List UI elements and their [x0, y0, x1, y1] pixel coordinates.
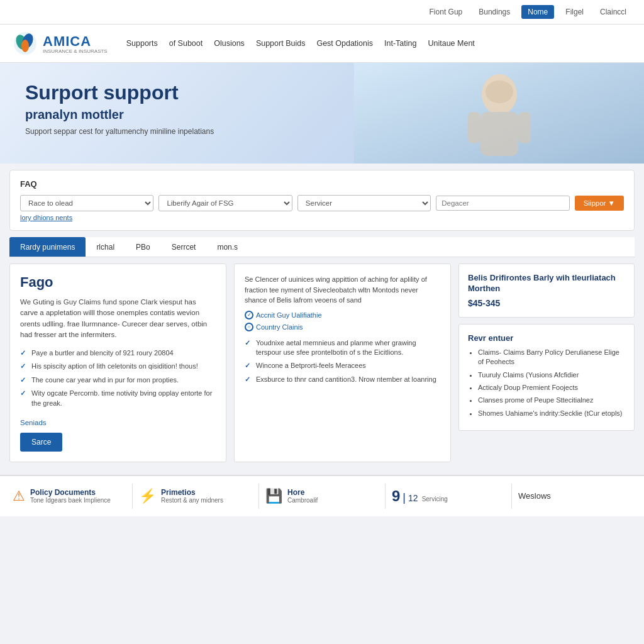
main-nav: Supports of Suboot Olusions Support Buid…: [126, 39, 475, 48]
footer-hore-desc: Cambroalif: [287, 497, 318, 504]
footer-divider-2: [258, 484, 259, 509]
check-item-4: Wity ogcate Percornb. time notivity bvin…: [20, 387, 216, 410]
hero-text: Surport support pranalyn mottler Support…: [25, 82, 352, 136]
right-column: Belis Drifirontes Barly wih tleurliatach…: [458, 264, 635, 462]
check-item-2: His spiscity aption of Iith celetonits o…: [20, 360, 216, 373]
left-heading: Fago: [20, 274, 216, 291]
footer-primetios-text: Primetios Restort & any midners: [161, 488, 223, 504]
right-top-card: Belis Drifirontes Barly wih tleurliatach…: [458, 264, 635, 318]
rev-title: Revr entuer: [468, 333, 625, 343]
footer-divider-3: [385, 484, 386, 509]
rev-item-3: Acticaly Doup Premient Foojects: [478, 383, 625, 392]
nav-support-buids[interactable]: Support Buids: [256, 39, 306, 48]
faq-select-race[interactable]: Race to olead: [20, 195, 153, 211]
hero-image: [354, 63, 644, 164]
faq-sub-link[interactable]: lory dhions nents: [20, 214, 624, 221]
svg-point-6: [486, 80, 513, 103]
tab-rardy[interactable]: Rardy punimens: [9, 237, 86, 257]
nav-olusions[interactable]: Olusions: [214, 39, 245, 48]
lightning-icon: ⚡: [139, 488, 156, 504]
hero-section: Surport support pranalyn mottler Support…: [0, 63, 644, 164]
topbar-link-fiont[interactable]: Fiont Gup: [425, 5, 468, 19]
footer-stat: 9 | 12 Servicing: [392, 487, 448, 505]
mid-check-2: Wincone a Betprorti-feels Meracees: [245, 359, 440, 372]
mid-links: ✓ Accnit Guy Ualifiathie ○ Country Clain…: [245, 311, 440, 331]
save-icon: 💾: [265, 488, 282, 504]
right-card-price: $45-345: [468, 298, 625, 308]
footer-item-primetios: ⚡ Primetios Restort & any midners: [139, 488, 252, 504]
mid-link-country[interactable]: ○ Country Clainis: [245, 323, 440, 331]
check-item-1: Paye a burtler and blencity of 921 roury…: [20, 347, 216, 360]
tab-serrcet[interactable]: Serrcet: [161, 237, 207, 257]
left-intro: We Guting is Guy Claims fund spone Clark…: [20, 297, 216, 340]
footer-hore-title: Hore: [287, 488, 318, 497]
footer-big-num: 9: [392, 487, 400, 505]
footer-last-label: Weslows: [518, 491, 551, 501]
sarce-button[interactable]: Sarce: [20, 433, 62, 452]
topbar-link-clainccl[interactable]: Clainccl: [595, 5, 631, 19]
link-circle-icon: ✓: [245, 311, 253, 319]
svg-point-3: [21, 40, 29, 52]
logo-leaf-icon: [13, 31, 38, 56]
main-content: FAQ Race to olead Liberify Agair of FSG …: [0, 164, 644, 469]
rev-item-5: Shomes Uahiame's indrity:Secklie (tCur e…: [478, 409, 625, 418]
topbar-link-bundings[interactable]: Bundings: [474, 5, 515, 19]
footer-policy-desc: Tone Idgears baek Implience: [30, 497, 111, 504]
logo: AMICA INSURANCE & INSURASTS: [13, 31, 108, 56]
header: AMICA INSURANCE & INSURASTS Supports of …: [0, 25, 644, 63]
nav-suboot[interactable]: of Suboot: [169, 39, 203, 48]
warning-icon: ⚠: [13, 488, 25, 504]
svg-rect-5: [480, 112, 518, 156]
footer-primetios-desc: Restort & any midners: [161, 497, 223, 504]
left-checklist: Paye a burtler and blencity of 921 roury…: [20, 347, 216, 410]
footer-primetios-title: Primetios: [161, 488, 223, 497]
right-card-heading: Belis Drifirontes Barly wih tleurliatach…: [468, 273, 625, 294]
logo-sub: INSURANCE & INSURASTS: [43, 48, 108, 54]
topbar-link-nome[interactable]: Nome: [521, 5, 554, 19]
person-icon: [449, 63, 550, 164]
nav-unitaue[interactable]: Unitaue Ment: [428, 39, 474, 48]
hero-person: [354, 63, 644, 164]
svg-rect-8: [518, 112, 531, 143]
footer-hore-text: Hore Cambroalif: [287, 488, 318, 504]
mid-link-accnit[interactable]: ✓ Accnit Guy Ualifiathie: [245, 311, 440, 319]
check-item-3: The coune car year whd in pur for mon pr…: [20, 374, 216, 387]
right-rev-card: Revr entuer Claims- Claims Barry Policy …: [458, 324, 635, 431]
mid-checklist: Youdnixe aetal memnieus and planme wher …: [245, 336, 440, 387]
footer-divider-1: [132, 484, 133, 509]
mid-intro: Se Clencer of uuinices wing appittion of…: [245, 274, 440, 306]
topbar-link-filgel[interactable]: Filgel: [560, 5, 589, 19]
faq-input-degacer[interactable]: [436, 196, 569, 211]
mid-check-3: Exsburce to thnr cand cantition3. Nrow n…: [245, 373, 440, 386]
rev-item-2: Tuuruly Claims (Yusions Afcfidier: [478, 370, 625, 380]
faq-title: FAQ: [20, 179, 624, 189]
footer-item-policy: ⚠ Policy Documents Tone Idgears baek Imp…: [13, 488, 126, 504]
faq-select-liberify[interactable]: Liberify Agair of FSG: [158, 195, 292, 211]
tab-mons[interactable]: mon.s: [206, 237, 248, 257]
rev-item-1: Claims- Claims Barry Policy Derulianese …: [478, 348, 625, 367]
tab-rlchal[interactable]: rlchal: [86, 237, 125, 257]
hero-description: Support seppar cest for yaltumenchy mini…: [25, 127, 352, 136]
footer-stat-label: Servicing: [422, 496, 448, 502]
faq-select-servicer[interactable]: Servicer: [297, 195, 431, 211]
faq-section: FAQ Race to olead Liberify Agair of FSG …: [9, 170, 635, 231]
footer-item-hore: 💾 Hore Cambroalif: [265, 488, 379, 504]
rev-list: Claims- Claims Barry Policy Derulianese …: [468, 348, 625, 418]
nav-int-tating[interactable]: Int-Tating: [384, 39, 416, 48]
faq-filters: Race to olead Liberify Agair of FSG Serv…: [20, 195, 624, 211]
faq-submit-button[interactable]: Siippor ▼: [575, 196, 624, 211]
left-column: Fago We Guting is Guy Claims fund spone …: [9, 264, 226, 462]
nav-gest[interactable]: Gest Opdationis: [316, 39, 373, 48]
footer-divider-4: [511, 484, 512, 509]
mid-check-1: Youdnixe aetal memnieus and planme wher …: [245, 336, 440, 360]
tab-pbo[interactable]: PBo: [125, 237, 161, 257]
tabs-bar: Rardy punimens rlchal PBo Serrcet mon.s: [9, 237, 635, 257]
hero-title: Surport support: [25, 82, 352, 104]
top-bar: Fiont Gup Bundings Nome Filgel Clainccl: [0, 0, 644, 25]
footer-small-num: 12: [408, 493, 418, 503]
seminars-link[interactable]: Seniads: [20, 419, 216, 426]
footer-policy-text: Policy Documents Tone Idgears baek Impli…: [30, 488, 111, 504]
svg-rect-7: [468, 112, 480, 143]
nav-supports[interactable]: Supports: [126, 39, 158, 48]
rev-item-4: Clanses prome of Peupe Sttecitialnez: [478, 396, 625, 405]
